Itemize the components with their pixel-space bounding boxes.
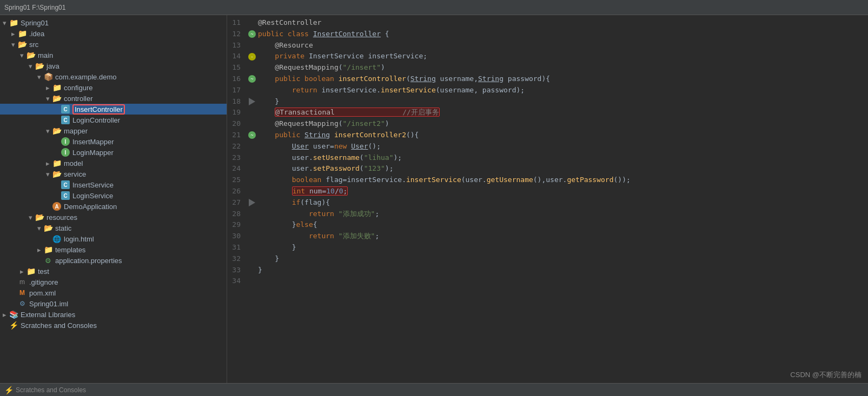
sidebar-item-configure[interactable]: ▸📁configure [0,82,227,93]
folder-icon: 📁 [26,266,36,276]
line-number: 18 [227,96,246,108]
sidebar-item-mapper[interactable]: ▾📂mapper [0,125,227,136]
sidebar-item-com-example-demo[interactable]: ▾📦com.example.demo [0,71,227,82]
line-number: 22 [227,141,246,152]
arrow-icon: ▸ [35,246,43,254]
code-line-11: 11@RestController [227,17,868,29]
tree-item-label: InsertMapper [72,138,114,146]
code-line-26: 26 int num=10/0; [227,186,868,197]
code-text: } [258,96,868,108]
scratches-consoles[interactable]: ⚡ Scratches and Consoles [4,386,86,394]
folder-icon: 📂 [43,223,53,233]
gutter-indicator [246,186,258,197]
code-line-16: 16~ public boolean insertController(Stri… [227,73,868,85]
sidebar-item-spring01[interactable]: ▾📁Spring01 [0,17,227,28]
code-line-25: 25 boolean flag=insertService.insertServ… [227,174,868,186]
gutter-indicator [246,141,258,152]
tree-item-label: LoginMapper [72,149,114,157]
arrow-icon: ▾ [35,73,43,81]
code-line-34: 34 [227,276,868,287]
line-number: 19 [227,107,246,118]
package-icon: 📦 [43,72,53,82]
arrow-icon: ▸ [43,159,52,167]
tree-item-label: pom.xml [29,289,56,297]
bottom-bar: ⚡ Scratches and Consoles [0,383,868,396]
sidebar-item-src[interactable]: ▾📂src [0,39,227,50]
line-number: 26 [227,186,246,197]
code-text: public class InsertController { [258,29,868,40]
arrow-icon: ▸ [9,30,17,38]
sidebar-item-test[interactable]: ▸📁test [0,266,227,277]
arrow-icon: ▸ [17,267,26,276]
line-number: 21 [227,130,246,141]
tree-item-label: DemoApplication [64,203,117,211]
code-line-14: 14- private InsertService insertService; [227,51,868,62]
code-text: }else{ [258,219,868,231]
sidebar-item-InsertMapper[interactable]: IInsertMapper [0,136,227,147]
line-number: 14 [227,51,246,62]
gutter-indicator [246,276,258,287]
sidebar-item-idea[interactable]: ▸📁.idea [0,28,227,39]
tree-item-label: test [38,267,49,276]
sidebar-item-LoginService[interactable]: CLoginService [0,190,227,201]
properties-icon: ⚙ [43,256,53,265]
gutter-indicator [246,219,258,231]
folder-icon: 📁 [52,83,62,92]
sidebar-item-DemoApplication[interactable]: ADemoApplication [0,201,227,212]
gutter-indicator [246,242,258,253]
code-text: boolean flag=insertService.insertService… [258,174,868,186]
sidebar-item-InsertController[interactable]: CInsertController [0,104,227,115]
tree-item-label: mapper [64,127,88,135]
sidebar-item-Scratches-and-Consoles[interactable]: ⚡Scratches and Consoles [0,320,227,331]
folder-icon: 📂 [35,212,44,222]
folder-icon: 📁 [17,29,27,38]
code-text: return insertService.insertService(usern… [258,85,868,96]
line-number: 32 [227,253,246,265]
sidebar-item-main[interactable]: ▾📂main [0,50,227,61]
sidebar-item--gitignore[interactable]: m.gitignore [0,277,227,287]
tree-item-label: Spring01 [21,19,49,27]
code-text: private InsertService insertService; [258,51,868,62]
sidebar-item-controller[interactable]: ▾📂controller [0,93,227,104]
code-line-27: 27 if(flag){ [227,197,868,209]
sidebar-item-templates[interactable]: ▸📁templates [0,244,227,255]
sidebar-item-Spring01-iml[interactable]: ⚙Spring01.iml [0,298,227,309]
gutter-indicator [246,253,258,265]
sidebar-item-application-properties[interactable]: ⚙application.properties [0,255,227,266]
code-text: @RestController [258,17,868,29]
sidebar-item-static[interactable]: ▾📂static [0,223,227,233]
sidebar-item-LoginController[interactable]: CLoginController [0,115,227,125]
sidebar-item-login-html[interactable]: 🌐login.html [0,233,227,244]
gutter-indicator [246,40,258,51]
sidebar-item-java[interactable]: ▾📂java [0,61,227,71]
tree-item-label: resources [47,213,77,222]
code-text: return "添加失败"; [258,231,868,242]
folder-icon: 📂 [52,93,62,103]
tree-item-label: Spring01.iml [29,300,68,308]
sidebar-item-model[interactable]: ▸📁model [0,158,227,169]
line-number: 23 [227,152,246,164]
code-line-31: 31 } [227,242,868,253]
class-c-icon: C [61,191,70,200]
sidebar-item-External-Libraries[interactable]: ▸📚External Libraries [0,309,227,320]
gitignore-icon: m [17,277,27,287]
tree-item-label: InsertService [72,181,114,189]
sidebar-item-pom-xml[interactable]: Mpom.xml [0,287,227,298]
gutter-indicator: ~ [246,29,258,40]
folder-java-icon: 📂 [35,61,44,71]
sidebar[interactable]: ▾📁Spring01▸📁.idea▾📂src▾📂main▾📂java▾📦com.… [0,15,227,383]
tree-item-label: java [47,62,59,70]
sidebar-item-InsertService[interactable]: CInsertService [0,179,227,190]
arrow-icon: ▾ [17,51,26,59]
gutter-indicator [246,231,258,242]
folder-icon: 📂 [26,50,36,60]
line-number: 12 [227,29,246,40]
sidebar-item-LoginMapper[interactable]: ILoginMapper [0,147,227,158]
tree-item-label: configure [64,84,92,92]
arrow-icon: ▾ [35,224,43,232]
arrow-icon: ▾ [43,127,52,135]
gutter-indicator [246,62,258,73]
sidebar-item-service[interactable]: ▾📂service [0,169,227,179]
code-line-17: 17 return insertService.insertService(us… [227,85,868,96]
sidebar-item-resources[interactable]: ▾📂resources [0,212,227,223]
